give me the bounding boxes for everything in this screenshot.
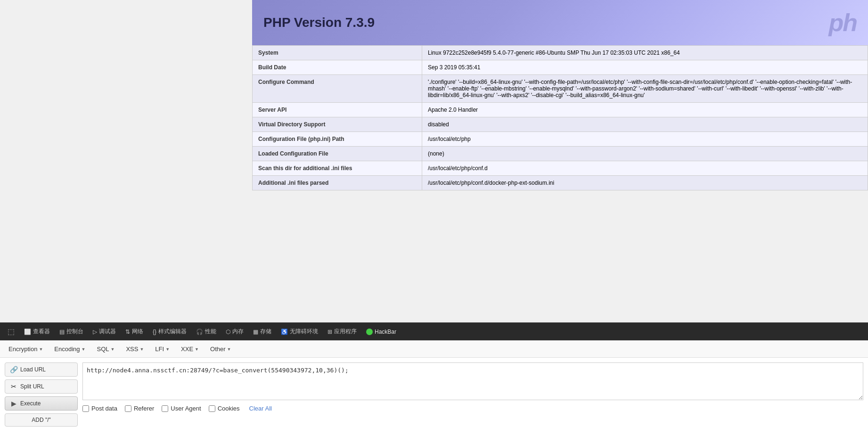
table-cell-label: System: [253, 46, 422, 60]
table-row: Virtual Directory Supportdisabled: [253, 117, 868, 132]
table-cell-label: Configure Command: [253, 75, 422, 103]
table-cell-label: Build Date: [253, 60, 422, 75]
php-version-title: PHP Version 7.3.9: [263, 15, 375, 30]
table-cell-value: (none): [422, 147, 868, 161]
table-row: Configure Command'./configure' '--build=…: [253, 75, 868, 103]
php-header: PHP Version 7.3.9 ph: [252, 0, 868, 45]
table-cell-label: Additional .ini files parsed: [253, 176, 422, 190]
table-row: SystemLinux 9722c252e8e945f9 5.4.0-77-ge…: [253, 46, 868, 60]
php-info-area: PHP Version 7.3.9 ph SystemLinux 9722c25…: [252, 0, 868, 190]
table-cell-value: disabled: [422, 117, 868, 132]
table-row: Loaded Configuration File(none): [253, 147, 868, 161]
php-info-table: SystemLinux 9722c252e8e945f9 5.4.0-77-ge…: [252, 45, 868, 190]
table-cell-value: /usr/local/etc/php: [422, 132, 868, 147]
table-row: Build DateSep 3 2019 05:35:41: [253, 60, 868, 75]
table-cell-value: Linux 9722c252e8e945f9 5.4.0-77-generic …: [422, 46, 868, 60]
left-browser-area: [0, 0, 252, 190]
table-row: Configuration File (php.ini) Path/usr/lo…: [253, 132, 868, 147]
table-cell-value: Sep 3 2019 05:35:41: [422, 60, 868, 75]
table-cell-value: /usr/local/etc/php/conf.d/docker-php-ext…: [422, 176, 868, 190]
table-cell-value: Apache 2.0 Handler: [422, 103, 868, 117]
table-cell-label: Server API: [253, 103, 422, 117]
table-cell-label: Scan this dir for additional .ini files: [253, 161, 422, 176]
table-cell-label: Loaded Configuration File: [253, 147, 422, 161]
table-cell-label: Configuration File (php.ini) Path: [253, 132, 422, 147]
table-row: Additional .ini files parsed/usr/local/e…: [253, 176, 868, 190]
php-logo: ph: [828, 8, 857, 37]
table-row: Server APIApache 2.0 Handler: [253, 103, 868, 117]
table-cell-value: /usr/local/etc/php/conf.d: [422, 161, 868, 176]
table-cell-label: Virtual Directory Support: [253, 117, 422, 132]
table-row: Scan this dir for additional .ini files/…: [253, 161, 868, 176]
table-cell-value: './configure' '--build=x86_64-linux-gnu'…: [422, 75, 868, 103]
